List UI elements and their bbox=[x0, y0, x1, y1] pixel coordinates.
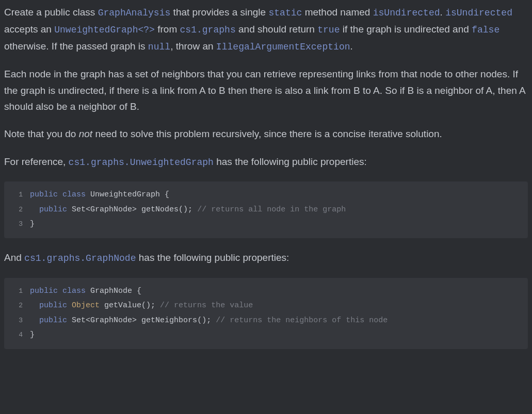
inline-code: GraphAnalysis bbox=[98, 8, 171, 18]
inline-code: isUndirected bbox=[373, 8, 440, 18]
code-line: 2 public Object getValue(); // returns t… bbox=[11, 299, 521, 313]
code-content: } bbox=[30, 217, 35, 232]
line-number: 2 bbox=[11, 204, 23, 217]
code-content: } bbox=[30, 328, 35, 343]
code-line: 3 public Set<GraphNode> getNeighbors(); … bbox=[11, 313, 521, 328]
code-line: 1 public class UnweightedGraph { bbox=[11, 188, 521, 203]
paragraph-1: Create a public class GraphAnalysis that… bbox=[4, 4, 528, 55]
text: from bbox=[155, 24, 180, 35]
code-line: 2 public Set<GraphNode> getNodes(); // r… bbox=[11, 203, 521, 218]
italic-text: not bbox=[79, 128, 92, 139]
inline-code: false bbox=[472, 25, 499, 35]
inline-code: cs1.graphs.GraphNode bbox=[24, 253, 136, 263]
inline-code: null bbox=[148, 42, 170, 52]
text: Note that you do bbox=[4, 128, 79, 139]
code-block-graph-node: 1 public class GraphNode { 2 public Obje… bbox=[4, 278, 528, 349]
text: Create a public class bbox=[4, 7, 98, 18]
inline-code: isUndirected bbox=[445, 8, 512, 18]
inline-code: cs1.graphs bbox=[180, 25, 236, 35]
text: and should return bbox=[236, 24, 317, 35]
code-line: 3 } bbox=[11, 217, 521, 232]
line-number: 2 bbox=[11, 300, 23, 312]
text: accepts an bbox=[4, 24, 54, 35]
paragraph-3: Note that you do not need to solve this … bbox=[4, 126, 528, 142]
line-number: 4 bbox=[11, 329, 23, 342]
paragraph-4: For reference, cs1.graphs.UnweightedGrap… bbox=[4, 154, 528, 171]
inline-code: IllegalArgumentException bbox=[216, 42, 350, 52]
text: need to solve this problem recursively, … bbox=[92, 128, 442, 139]
text: if the graph is undirected and bbox=[340, 24, 472, 35]
inline-code: cs1.graphs.UnweightedGraph bbox=[69, 157, 214, 168]
paragraph-2: Each node in the graph has a set of neig… bbox=[4, 66, 528, 114]
code-line: 1 public class GraphNode { bbox=[11, 284, 521, 299]
line-number: 3 bbox=[11, 218, 23, 231]
line-number: 1 bbox=[11, 189, 23, 202]
inline-code: true bbox=[317, 25, 340, 35]
line-number: 1 bbox=[11, 285, 23, 298]
code-block-unweighted-graph: 1 public class UnweightedGraph { 2 publi… bbox=[4, 181, 528, 238]
text: And bbox=[4, 252, 24, 263]
code-content: public class GraphNode { bbox=[30, 284, 141, 299]
code-content: public Set<GraphNode> getNodes(); // ret… bbox=[30, 203, 346, 218]
text: has the following public properties: bbox=[136, 252, 289, 263]
code-line: 4 } bbox=[11, 328, 521, 343]
text: otherwise. If the passed graph is bbox=[4, 41, 148, 52]
inline-code: static bbox=[268, 8, 302, 18]
text: that provides a single bbox=[170, 7, 268, 18]
inline-code: UnweightedGraph<?> bbox=[54, 25, 155, 35]
text: has the following public properties: bbox=[214, 156, 367, 167]
line-number: 3 bbox=[11, 314, 23, 327]
paragraph-5: And cs1.graphs.GraphNode has the followi… bbox=[4, 250, 528, 267]
code-content: public class UnweightedGraph { bbox=[30, 188, 169, 203]
code-content: public Object getValue(); // returns the… bbox=[30, 299, 253, 313]
text: . bbox=[440, 7, 446, 18]
code-content: public Set<GraphNode> getNeighbors(); //… bbox=[30, 313, 388, 328]
text: . bbox=[350, 41, 353, 52]
text: , throw an bbox=[170, 41, 216, 52]
text: method named bbox=[302, 7, 373, 18]
text: For reference, bbox=[4, 156, 69, 167]
